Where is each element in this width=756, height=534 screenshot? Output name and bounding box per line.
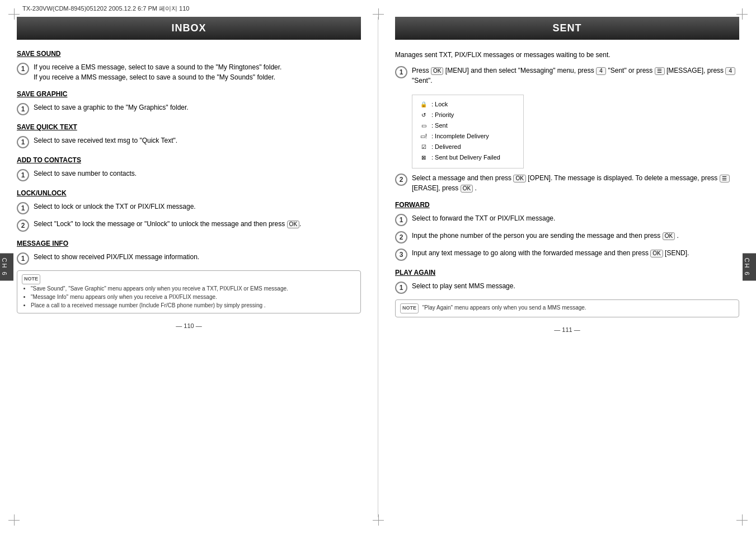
ok-key4: OK (663, 232, 675, 240)
note-item-2: "Message Info" menu appears only when yo… (31, 293, 356, 301)
ok-key3: OK (461, 185, 473, 193)
sent-title: SENT (395, 17, 739, 40)
icon-label-incomplete: : Incomplete Delivery (431, 133, 489, 139)
forward-title: FORWARD (395, 201, 739, 209)
sent-note-box: NOTE "Play Again" menu appears only when… (395, 299, 739, 317)
step-num: 1 (395, 214, 407, 226)
save-graphic-step1: 1 Select to save a graphic to the "My Gr… (17, 102, 361, 115)
icon-list-item-incomplete: ▭! : Incomplete Delivery (419, 132, 516, 140)
icon-label-sent: : Sent (431, 122, 448, 129)
left-page-num: — 110 — (17, 322, 361, 329)
forward-step1: 1 Select to forward the TXT or PIX/FLIX … (395, 213, 739, 226)
add-to-contacts-step1: 1 Select to save number to contacts. (17, 168, 361, 181)
message-info-step1: 1 Select to show received PIX/FLIX messa… (17, 252, 361, 265)
4b-key: 4 (725, 67, 735, 75)
4-key: 4 (596, 67, 606, 75)
icon-list-item-lock: 🔒 : Lock (419, 100, 516, 109)
note-label-right: NOTE (400, 303, 419, 313)
ch-tab-right: CH 6 (743, 253, 756, 280)
step-num: 2 (395, 231, 407, 243)
message-info-title: MESSAGE INFO (17, 240, 361, 247)
step-num: 1 (17, 136, 29, 148)
lock-unlock-step2: 2 Select "Lock" to lock the message or "… (17, 219, 361, 232)
icon-label-lock: : Lock (431, 101, 448, 107)
ok-key: OK (431, 67, 443, 75)
sent-step1-text: Press OK [MENU] and then select "Messagi… (412, 65, 739, 86)
note-label: NOTE (22, 274, 40, 284)
sent-intro: Manages sent TXT, PIX/FLIX messages or m… (395, 50, 739, 60)
save-sound-title: SAVE SOUND (17, 50, 361, 58)
delivered-icon: ☑ (419, 142, 428, 151)
forward-step2-text: Input the phone number of the person you… (412, 231, 739, 241)
lock-unlock-step1: 1 Select to lock or unlock the TXT or PI… (17, 202, 361, 214)
priority-icon: ↺ (419, 110, 428, 119)
play-again-step1: 1 Select to play sent MMS message. (395, 281, 739, 294)
sent-icon: ▭ (419, 121, 428, 130)
page-header: TX-230VW(CDM-8945)051202 2005.12.2 6:7 P… (22, 4, 189, 13)
step-num: 1 (17, 103, 29, 115)
step-num: 2 (395, 174, 407, 186)
icon-list-item-priority: ↺ : Priority (419, 110, 516, 119)
step-num: 1 (17, 169, 29, 181)
lock-unlock-title: LOCK/UNLOCK (17, 189, 361, 197)
sent-column: SENT Manages sent TXT, PIX/FLIX messages… (378, 17, 739, 517)
incomplete-icon: ▭! (419, 132, 428, 140)
save-quick-text-step1: 1 Select to save received text msg to "Q… (17, 135, 361, 148)
icon-list-item-sent: ▭ : Sent (419, 121, 516, 130)
step-num: 3 (395, 249, 407, 261)
icon-label-failed: : Sent but Delivery Failed (431, 154, 500, 161)
sent-step2: 2 Select a message and then press OK [OP… (395, 173, 739, 193)
sent-step2-text: Select a message and then press OK [OPEN… (412, 173, 739, 193)
forward-step3: 3 Input any text message to go along wit… (395, 248, 739, 261)
sent-step1: 1 Press OK [MENU] and then select "Messa… (395, 65, 739, 86)
icon-list-item-delivered: ☑ : Delivered (419, 142, 516, 151)
forward-step1-text: Select to forward the TXT or PIX/FLIX me… (412, 213, 739, 223)
save-quick-text-text: Select to save received text msg to "Qui… (34, 135, 361, 146)
msg-key: ☰ (655, 67, 665, 75)
ok-key5: OK (650, 250, 663, 257)
forward-step2: 2 Input the phone number of the person y… (395, 231, 739, 243)
sent-icon-list: 🔒 : Lock ↺ : Priority ▭ : Sent ▭! : Inco… (412, 95, 524, 168)
step-num: 2 (17, 219, 29, 232)
right-page-num: — 111 — (395, 326, 739, 333)
inbox-title: INBOX (17, 17, 361, 40)
step-num: 1 (17, 202, 29, 214)
add-to-contacts-title: ADD TO CONTACTS (17, 156, 361, 164)
play-again-title: PLAY AGAIN (395, 269, 739, 277)
lock-unlock-text1: Select to lock or unlock the TXT or PIX/… (34, 202, 361, 212)
note-item-3: Place a call to a received message numbe… (31, 301, 356, 310)
inbox-note-box: NOTE "Save Sound", "Save Graphic" menu a… (17, 270, 361, 313)
step-num: 1 (395, 66, 407, 78)
inbox-column: INBOX SAVE SOUND 1 If you receive a EMS … (17, 17, 378, 517)
sent-note-text: "Play Again" menu appears only when you … (422, 305, 586, 311)
step-num: 1 (17, 63, 29, 75)
failed-icon: ⊠ (419, 153, 428, 162)
save-sound-step1: 1 If you receive a EMS message, select t… (17, 62, 361, 82)
save-graphic-title: SAVE GRAPHIC (17, 90, 361, 98)
icon-label-delivered: : Delivered (431, 143, 461, 150)
message-info-text: Select to show received PIX/FLIX message… (34, 252, 361, 262)
ok-key2: OK (513, 175, 525, 182)
add-to-contacts-text: Select to save number to contacts. (34, 168, 361, 179)
icon-list-item-failed: ⊠ : Sent but Delivery Failed (419, 153, 516, 162)
lock-icon: 🔒 (419, 100, 428, 109)
step-num: 1 (17, 252, 29, 265)
ch-tab-left: CH 6 (0, 253, 13, 280)
erase-key: ☰ (720, 175, 730, 182)
note-item-1: "Save Sound", "Save Graphic" menu appear… (31, 284, 356, 293)
forward-step3-text: Input any text message to go along with … (412, 248, 739, 258)
save-quick-text-title: SAVE QUICK TEXT (17, 123, 361, 131)
lock-unlock-text2: Select "Lock" to lock the message or "Un… (34, 219, 361, 229)
ok-key: OK (287, 221, 299, 228)
icon-label-priority: : Priority (431, 111, 454, 118)
play-again-text: Select to play sent MMS message. (412, 281, 739, 291)
step-num: 1 (395, 282, 407, 294)
save-graphic-text: Select to save a graphic to the "My Grap… (34, 102, 361, 113)
save-sound-text: If you receive a EMS message, select to … (34, 62, 361, 82)
